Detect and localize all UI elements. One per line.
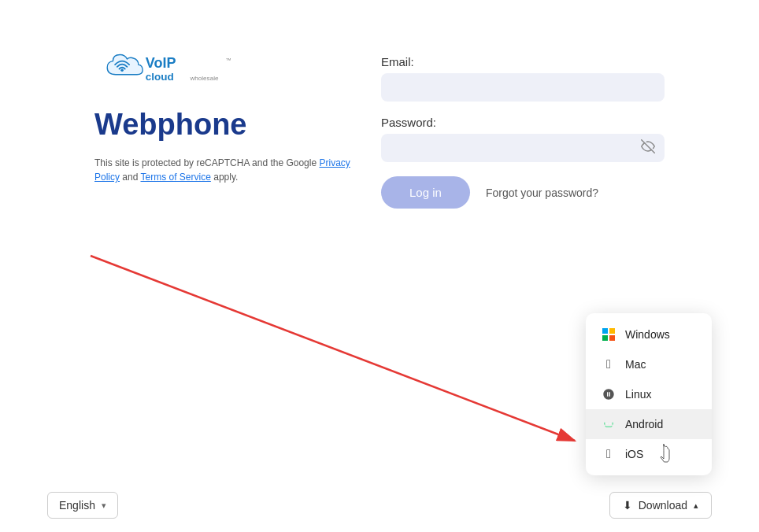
android-label: Android	[625, 418, 663, 430]
dropdown-item-android[interactable]: Android	[586, 409, 712, 439]
language-label: English	[59, 499, 95, 512]
download-button[interactable]: ⬇ Download ▴	[609, 492, 712, 519]
voipcloud-logo: VoIP cloud wholesale ™	[94, 47, 236, 91]
password-label: Password:	[381, 116, 665, 129]
forgot-password-link[interactable]: Forgot your password?	[486, 187, 598, 199]
download-label: Download	[639, 499, 687, 512]
apple-icon: 	[602, 357, 616, 371]
mac-label: Mac	[625, 358, 646, 371]
dropdown-item-linux[interactable]: Linux	[586, 379, 712, 409]
email-group: Email:	[381, 55, 665, 102]
svg-text:VoIP: VoIP	[146, 55, 176, 71]
email-input[interactable]	[381, 73, 665, 102]
password-wrapper	[381, 134, 665, 162]
download-icon: ⬇	[623, 499, 632, 512]
left-section: VoIP cloud wholesale ™ Webphone This sit…	[94, 47, 378, 184]
terms-of-service-link[interactable]: Terms of Service	[141, 172, 211, 183]
windows-icon	[602, 327, 616, 342]
dropdown-item-windows[interactable]: Windows	[586, 320, 712, 349]
svg-text:™: ™	[226, 57, 231, 64]
login-form: Email: Password: Log in Forgot your pass…	[381, 47, 665, 209]
download-dropdown: Windows  Mac Linux Android  iOS	[586, 313, 712, 475]
download-chevron-icon: ▴	[694, 501, 698, 511]
svg-point-9	[609, 423, 610, 424]
svg-text:cloud: cloud	[146, 71, 174, 83]
login-button[interactable]: Log in	[381, 176, 470, 209]
svg-point-0	[120, 69, 124, 72]
windows-label: Windows	[625, 328, 670, 341]
dropdown-item-mac[interactable]:  Mac	[586, 349, 712, 379]
email-label: Email:	[381, 55, 665, 68]
language-chevron-icon: ▾	[102, 501, 106, 511]
android-icon	[602, 417, 616, 431]
language-selector[interactable]: English ▾	[47, 492, 118, 519]
toggle-password-icon[interactable]	[641, 139, 655, 157]
svg-point-8	[606, 423, 607, 424]
linux-icon	[602, 387, 616, 401]
recaptcha-text-before: This site is protected by reCAPTCHA and …	[94, 157, 319, 168]
password-group: Password:	[381, 116, 665, 162]
login-row: Log in Forgot your password?	[381, 176, 665, 209]
svg-line-7	[91, 256, 575, 441]
logo-container: VoIP cloud wholesale ™	[94, 47, 378, 94]
recaptcha-notice: This site is protected by reCAPTCHA and …	[94, 156, 378, 184]
dropdown-item-ios[interactable]:  iOS	[586, 439, 712, 469]
ios-label: iOS	[625, 448, 643, 460]
recaptcha-suffix: apply.	[213, 172, 238, 183]
main-container: VoIP cloud wholesale ™ Webphone This sit…	[0, 0, 759, 209]
bottom-bar: English ▾ ⬇ Download ▴	[0, 478, 759, 532]
apple-icon-ios: 	[602, 447, 616, 461]
linux-label: Linux	[625, 388, 651, 401]
password-input[interactable]	[381, 134, 665, 162]
recaptcha-and: and	[122, 172, 140, 183]
app-title: Webphone	[94, 108, 378, 142]
svg-text:wholesale: wholesale	[190, 75, 219, 82]
